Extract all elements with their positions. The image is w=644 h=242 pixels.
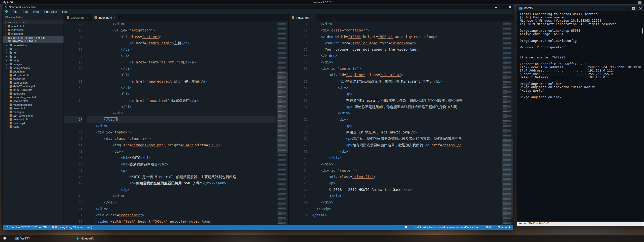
file-item[interactable]: add_vhost.php bbox=[3, 74, 64, 77]
close-icon[interactable]: × bbox=[5, 29, 7, 31]
code-editor-right[interactable]: </div> <div class="container"> <video wi… bbox=[311, 21, 513, 225]
file-item[interactable]: index.php_disabled bbox=[3, 95, 64, 99]
terminal-icon bbox=[519, 7, 523, 10]
file-label: about.html bbox=[13, 70, 25, 73]
close-icon[interactable]: × bbox=[86, 16, 88, 19]
taskbar: WsTTYNotepadA bbox=[0, 235, 644, 242]
file-label: teabag.7z bbox=[13, 111, 24, 114]
close-button[interactable] bbox=[639, 7, 642, 10]
close-icon[interactable]: × bbox=[113, 16, 115, 19]
minimap-viewport[interactable] bbox=[502, 139, 513, 216]
workspace-folder-header[interactable]: ▾ USER:/DESKTOP/SCREENSHOT /TEST/WWW CLE… bbox=[3, 36, 64, 43]
folder-label: css bbox=[14, 48, 18, 51]
minimap[interactable] bbox=[502, 21, 513, 225]
file-icon bbox=[10, 100, 12, 102]
file-item[interactable]: trailer.mp4 bbox=[3, 121, 64, 125]
open-editor-item[interactable]: ×index.html bbox=[3, 28, 64, 32]
minimize-button[interactable] bbox=[625, 7, 628, 10]
wstty-titlebar[interactable]: WsTTY bbox=[517, 6, 644, 11]
file-label: trailer.mp4 bbox=[13, 122, 25, 125]
file-item[interactable]: HKWTC notice.pdf bbox=[3, 84, 64, 88]
chevron-right-icon: ▸ bbox=[6, 67, 8, 69]
terminal-input[interactable]: echo "Hello World" bbox=[517, 222, 644, 226]
folder-item[interactable]: ▸fonts bbox=[3, 58, 64, 62]
file-label: index.html bbox=[13, 92, 25, 95]
tab-index.html[interactable]: index.html× bbox=[91, 14, 119, 21]
taskbar-item-label: NotepadA bbox=[81, 237, 94, 240]
window-title: NotepadA - index.html bbox=[9, 6, 36, 9]
file-item[interactable]: test_sockets.php bbox=[3, 114, 64, 118]
status-datetime: Sat Jan 09 2021 16:29:49 GMT+0800 (Hong … bbox=[10, 226, 92, 229]
terminal-output[interactable]: [info] Conencting to arozos WsTTY servic… bbox=[517, 11, 642, 222]
close-icon[interactable]: × bbox=[5, 25, 7, 27]
maximize-button[interactable] bbox=[632, 7, 635, 10]
tab-index.html[interactable]: index.html× bbox=[289, 14, 316, 21]
file-item[interactable]: location.html bbox=[3, 99, 64, 103]
folder-item[interactable]: ▸yamiyamilano bbox=[3, 66, 64, 70]
file-item[interactable]: features.html bbox=[3, 81, 64, 85]
file-item[interactable]: index.html bbox=[3, 92, 64, 96]
minimap[interactable] bbox=[277, 21, 288, 225]
file-icon bbox=[10, 74, 12, 77]
workspace-path-line1: USER:/DESKTOP/SCREENSHOT bbox=[8, 37, 47, 40]
file-item[interactable]: teabag.7z bbox=[3, 110, 64, 114]
app-launcher-icon[interactable] bbox=[3, 237, 6, 240]
file-icon bbox=[10, 118, 12, 121]
menu-view[interactable]: View bbox=[30, 10, 42, 14]
close-icon[interactable]: × bbox=[311, 16, 313, 19]
open-editor-item[interactable]: ×about.html bbox=[3, 24, 64, 28]
chevron-right-icon: ▸ bbox=[6, 55, 8, 58]
file-item[interactable]: news.html bbox=[3, 107, 64, 110]
editor-pane-left: about.html×index.html× 22232425262728293… bbox=[64, 14, 288, 225]
folder-icon bbox=[10, 52, 12, 54]
file-item[interactable]: HKWTC rule.pdf bbox=[3, 88, 64, 92]
open-editor-label: about.html bbox=[11, 25, 24, 28]
folder-item[interactable]: ▸dc bbox=[3, 51, 64, 55]
tab-about.html[interactable]: about.html× bbox=[64, 14, 91, 21]
close-icon[interactable]: × bbox=[5, 32, 7, 35]
folder-label: autostation bbox=[14, 44, 26, 47]
system-brand[interactable]: My ArOZ bbox=[3, 1, 13, 4]
menu-help[interactable]: Help bbox=[60, 10, 71, 14]
hamburger-menu-icon[interactable] bbox=[638, 1, 641, 4]
folder-item[interactable]: ▸css bbox=[3, 47, 64, 51]
minimap-viewport[interactable] bbox=[277, 72, 288, 153]
terminal-scrollbar[interactable] bbox=[642, 28, 643, 33]
file-icon bbox=[10, 125, 12, 128]
notepada-icon bbox=[5, 6, 7, 9]
folder-label: fonts bbox=[14, 59, 19, 62]
chevron-right-icon: ▸ bbox=[6, 63, 8, 65]
folder-item[interactable]: ▸images bbox=[3, 62, 64, 66]
folder-item[interactable]: ▸autostation bbox=[3, 43, 64, 47]
file-label: x.php bbox=[13, 125, 19, 128]
close-button[interactable] bbox=[508, 6, 511, 8]
file-item[interactable]: testmysql.php bbox=[3, 118, 64, 121]
minimize-button[interactable] bbox=[495, 6, 498, 8]
sidebar-title: Directory Listing bbox=[3, 14, 64, 20]
open-editors-header[interactable]: ▾ OPEN EDITORS bbox=[3, 20, 64, 24]
file-item[interactable]: about.html bbox=[3, 70, 64, 74]
tab-label: about.html bbox=[71, 16, 84, 19]
file-label: news.html bbox=[13, 107, 25, 110]
menu-font-size[interactable]: Font Size bbox=[42, 10, 60, 14]
taskbar-item-wstty[interactable]: WsTTY bbox=[13, 235, 32, 242]
code-editor-left[interactable]: </div> <ul id="navigation"> <li class="a… bbox=[86, 21, 288, 225]
notepada-titlebar[interactable]: NotepadA - index.html bbox=[3, 5, 513, 9]
file-item[interactable]: mapredirect.php bbox=[3, 103, 64, 107]
open-editor-item[interactable]: ×index.html bbox=[3, 32, 64, 36]
status-app-name: NotepadA bbox=[498, 226, 510, 229]
file-item[interactable]: x.php bbox=[3, 125, 64, 129]
menu-file[interactable]: File bbox=[10, 10, 20, 14]
chevron-right-icon: ▸ bbox=[6, 48, 8, 50]
folder-item[interactable]: ▸dl bbox=[3, 55, 64, 58]
open-editor-label: index.html bbox=[11, 28, 23, 31]
taskbar-item-notepada[interactable]: NotepadA bbox=[74, 235, 96, 242]
status-syntax-mode[interactable]: HTML bbox=[485, 226, 492, 229]
file-item[interactable]: favicon.ico bbox=[3, 77, 64, 81]
menu-edit[interactable]: Edit bbox=[20, 10, 30, 14]
chevron-down-icon: ▾ bbox=[5, 21, 7, 23]
text-cursor bbox=[117, 117, 117, 121]
file-icon bbox=[10, 96, 12, 98]
file-label: features.html bbox=[13, 81, 28, 84]
maximize-button[interactable] bbox=[502, 6, 504, 8]
